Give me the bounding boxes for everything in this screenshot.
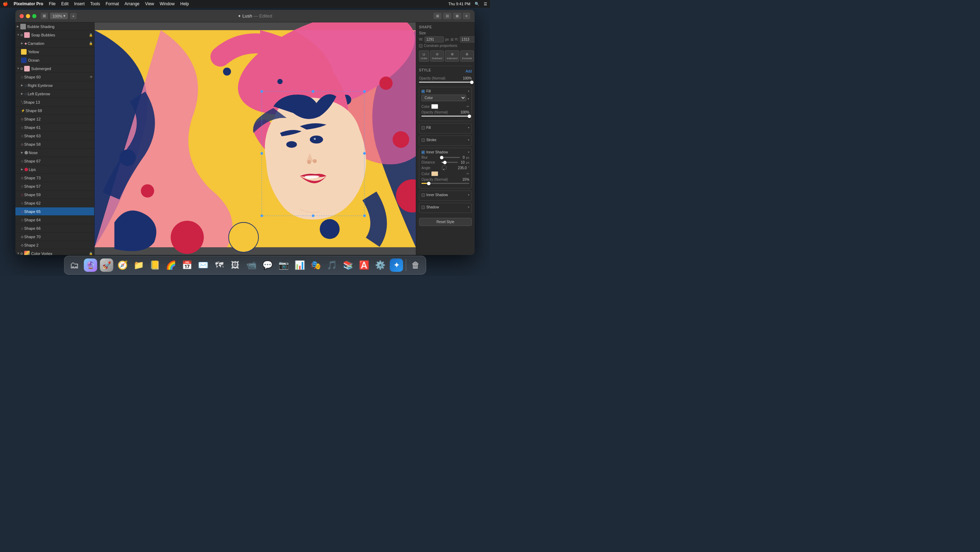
exclude-btn[interactable]: ⊕ Exclude bbox=[460, 50, 474, 62]
toolbar-btn-3[interactable]: ⊠ bbox=[453, 13, 461, 19]
layer-item-shape63[interactable]: ◇ Shape 63 bbox=[15, 132, 94, 140]
is-color-edit[interactable]: ✏ bbox=[466, 172, 469, 175]
layer-item-shape61[interactable]: ◇ Shape 61 bbox=[15, 123, 94, 132]
layer-item-shape62[interactable]: ◇ Shape 62 bbox=[15, 199, 94, 207]
dock-music[interactable]: 🎵 bbox=[325, 258, 339, 273]
fill-checkbox[interactable]: ✓ bbox=[422, 90, 425, 93]
stroke-checkbox[interactable] bbox=[422, 138, 425, 142]
menu-arrange[interactable]: Arrange bbox=[125, 2, 140, 6]
menu-format[interactable]: Format bbox=[106, 2, 119, 6]
size-link-icon[interactable]: ⛓ bbox=[450, 38, 453, 41]
menu-window[interactable]: Window bbox=[160, 2, 175, 6]
is-opacity-thumb[interactable] bbox=[427, 182, 431, 185]
layers-toggle[interactable]: ⊞ bbox=[41, 13, 48, 19]
shadow-checkbox[interactable] bbox=[422, 206, 425, 209]
angle-dial[interactable] bbox=[442, 165, 447, 170]
toolbar-btn-4[interactable]: ≡ bbox=[463, 13, 470, 19]
menu-insert[interactable]: Insert bbox=[74, 2, 85, 6]
dock-keynote[interactable]: 🎭 bbox=[309, 258, 323, 273]
layer-item-yellow[interactable]: Yellow bbox=[15, 48, 94, 56]
fill2-dropdown[interactable]: ▾ bbox=[468, 126, 469, 129]
layer-item-shape68[interactable]: ⚡ Shape 68 bbox=[15, 107, 94, 115]
layer-item-lips[interactable]: ▶ Lips bbox=[15, 165, 94, 174]
dock-notes[interactable]: 📒 bbox=[148, 258, 162, 273]
maximize-button[interactable] bbox=[32, 14, 37, 18]
layer-item-left-eyebrow[interactable]: ▶ ◇ Left Eyebrow bbox=[15, 90, 94, 98]
menu-edit[interactable]: Edit bbox=[61, 2, 68, 6]
menu-view[interactable]: View bbox=[145, 2, 154, 6]
layer-item-shape64[interactable]: ◇ Shape 64 bbox=[15, 216, 94, 224]
distance-slider[interactable] bbox=[442, 162, 458, 163]
layer-item-shape57[interactable]: ◇ Shape 57 bbox=[15, 182, 94, 191]
menu-spotlight[interactable]: 🔍 bbox=[475, 2, 479, 6]
dock-pixelmator[interactable]: ✦ bbox=[389, 258, 404, 273]
dock-mail[interactable]: ✉️ bbox=[196, 258, 211, 273]
layer-item-shape60[interactable]: ◇ Shape 60 👁 bbox=[15, 73, 94, 81]
layer-item-bubble-shading[interactable]: ▶ Bubble Shading bbox=[15, 22, 94, 31]
shadow-dropdown[interactable]: ▾ bbox=[468, 206, 469, 209]
fill-color-edit[interactable]: ✏ bbox=[466, 105, 469, 108]
opacity-slider[interactable] bbox=[419, 81, 472, 83]
layer-item-carnation[interactable]: ▶ ◆ Carnation 🔒 bbox=[15, 39, 94, 48]
fill-dropdown[interactable]: ▾ bbox=[468, 90, 469, 93]
layer-item-shape13[interactable]: ╲ Shape 13 bbox=[15, 98, 94, 107]
inner-shadow-checkbox[interactable]: ✓ bbox=[422, 151, 425, 154]
fill-color-swatch[interactable] bbox=[431, 104, 438, 109]
layer-item-shape66[interactable]: ◇ Shape 66 bbox=[15, 224, 94, 233]
layer-item-shape73[interactable]: ◇ Shape 73 bbox=[15, 174, 94, 182]
menu-notification[interactable]: ☰ bbox=[484, 2, 487, 6]
dock-finder[interactable]: 🗂 bbox=[67, 258, 82, 273]
dock-appstore[interactable]: 🅰️ bbox=[357, 258, 372, 273]
toolbar-btn-1[interactable]: ⊞ bbox=[433, 13, 442, 19]
layer-item-shape70[interactable]: ◇ Shape 70 bbox=[15, 233, 94, 241]
layer-item-shape2[interactable]: ◇ Shape 2 bbox=[15, 241, 94, 249]
canvas-area[interactable] bbox=[94, 22, 416, 255]
dock-numbers[interactable]: 📊 bbox=[293, 258, 307, 273]
toolbar-btn-2[interactable]: ⊟ bbox=[443, 13, 452, 19]
dock-calendar[interactable]: 📅 bbox=[180, 258, 195, 273]
dock-sysprefs[interactable]: ⚙️ bbox=[373, 258, 388, 273]
blur-thumb[interactable] bbox=[440, 156, 444, 160]
dock-siri[interactable]: 🔮 bbox=[83, 258, 98, 273]
menu-tools[interactable]: Tools bbox=[90, 2, 100, 6]
layer-item-nose[interactable]: ▶ Nose bbox=[15, 148, 94, 157]
fill2-checkbox[interactable] bbox=[422, 126, 425, 129]
menu-file[interactable]: File bbox=[49, 2, 56, 6]
fill-opacity-thumb[interactable] bbox=[468, 115, 471, 118]
minimize-button[interactable] bbox=[26, 14, 30, 18]
layer-item-shape58[interactable]: ◇ Shape 58 bbox=[15, 140, 94, 148]
layer-item-soap-bubbles[interactable]: ▼ ⊙ Soap Bubbles 🔒 bbox=[15, 31, 94, 39]
fill-type-select[interactable]: Color bbox=[422, 94, 466, 101]
dock-files[interactable]: 📁 bbox=[132, 258, 146, 273]
menu-help[interactable]: Help bbox=[180, 2, 189, 6]
add-layer-btn[interactable]: + bbox=[70, 13, 76, 19]
dock-messages[interactable]: 💬 bbox=[260, 258, 275, 273]
layers-scroll[interactable]: ▶ Bubble Shading ▼ ⊙ Soap Bubbles 🔒 ▶ ◆ … bbox=[15, 22, 94, 255]
inner-shadow2-dropdown[interactable]: ▾ bbox=[468, 193, 469, 196]
layer-item-right-eyebrow[interactable]: ▶ ◇ Right Eyebrow bbox=[15, 81, 94, 90]
constrain-checkbox[interactable] bbox=[419, 44, 422, 48]
layer-item-shape67[interactable]: ◇ Shape 67 bbox=[15, 157, 94, 165]
height-input[interactable] bbox=[460, 37, 475, 42]
dock-launchpad[interactable]: 🚀 bbox=[99, 258, 114, 273]
dock-books[interactable]: 📚 bbox=[341, 258, 356, 273]
inner-shadow2-checkbox[interactable] bbox=[422, 193, 425, 197]
apple-menu[interactable]: 🍎 bbox=[3, 2, 8, 6]
stroke-dropdown[interactable]: ▾ bbox=[468, 138, 469, 142]
fill-opacity-slider[interactable] bbox=[422, 116, 469, 116]
dock-photo-gallery[interactable]: 🖼 bbox=[228, 258, 243, 273]
layer-item-color-vortex[interactable]: ▼ ⊙ Color Vortex 🔒 bbox=[15, 249, 94, 255]
layer-item-shape65[interactable]: ◇ Shape 65 bbox=[15, 207, 94, 216]
inner-shadow-dropdown[interactable]: ▾ bbox=[468, 151, 469, 154]
intersect-btn[interactable]: ⊗ Intersect bbox=[445, 50, 459, 62]
dock-photos[interactable]: 🌈 bbox=[164, 258, 178, 273]
unite-btn[interactable]: ⊔ Unite bbox=[419, 50, 429, 62]
distance-thumb[interactable] bbox=[443, 161, 447, 164]
width-input[interactable] bbox=[425, 37, 444, 42]
dock-camera[interactable]: 📷 bbox=[277, 258, 291, 273]
close-button[interactable] bbox=[20, 14, 24, 18]
is-color-swatch[interactable] bbox=[431, 171, 438, 176]
subtract-btn[interactable]: ⊖ Subtract bbox=[430, 50, 444, 62]
zoom-level[interactable]: 100% ▾ bbox=[50, 13, 68, 19]
is-opacity-slider[interactable] bbox=[422, 183, 469, 184]
